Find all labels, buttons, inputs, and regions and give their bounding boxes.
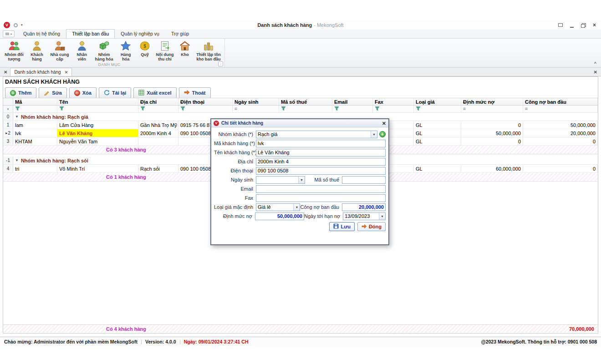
doc-tab-customer-list[interactable]: Danh sách khách hàng ✕ xyxy=(10,68,72,76)
cell-loaigia[interactable]: GL xyxy=(414,121,461,129)
cell-dinhmucno[interactable]: 0 xyxy=(461,137,523,145)
export-excel-button[interactable]: Xuất excel xyxy=(133,87,176,98)
column-header-ten[interactable]: Tên xyxy=(57,98,138,105)
cell-loaigia[interactable]: GL xyxy=(414,137,461,145)
ribbon-item-fund[interactable]: $ Quỹ xyxy=(136,40,153,57)
ribbon-tab-help[interactable]: Trợ giúp xyxy=(165,29,195,38)
filter-cell-loaigia[interactable] xyxy=(414,106,461,112)
column-header-loaigia[interactable]: Loại giá xyxy=(414,98,461,105)
delete-button[interactable]: − Xóa xyxy=(69,87,97,98)
cell-diachi[interactable]: Gần Nhà Trọ Mỹ X... xyxy=(138,121,178,129)
customer-group-combobox[interactable]: Rạch giá ▼ xyxy=(256,131,377,138)
dialog-titlebar[interactable]: V Chi tiết khách hàng ✕ xyxy=(211,119,388,127)
ribbon-item-warehouse[interactable]: Kho xyxy=(176,40,194,57)
filter-cell-congnobandau[interactable]: = xyxy=(523,106,598,112)
edit-button[interactable]: Sửa xyxy=(39,87,66,98)
debt-limit-input[interactable] xyxy=(255,212,304,220)
ribbon-item-receipt-content[interactable]: Nội dung thu chi xyxy=(153,40,176,62)
cell-congnobandau[interactable]: 50,000,000 xyxy=(523,121,598,129)
filter-cell-dienthoai[interactable] xyxy=(178,106,233,112)
ribbon-item-initial-stock[interactable]: Thiết lập tồn kho ban đầu xyxy=(194,40,224,62)
ribbon-tab-initial-setup[interactable]: Thiết lập ban đầu xyxy=(66,29,115,38)
cell-diachi[interactable]: Rạch sỏi xyxy=(138,165,178,172)
filter-cell-ngaysinh[interactable]: = xyxy=(233,106,279,112)
email-input[interactable] xyxy=(256,185,386,193)
column-header-diachi[interactable]: Địa chỉ xyxy=(138,98,178,105)
close-icon[interactable]: × xyxy=(591,23,597,28)
cell-congnobandau[interactable]: 20,000,000 xyxy=(523,129,598,137)
cell-diachi[interactable] xyxy=(138,137,178,145)
quick-access-dropdown-icon[interactable]: ▾ xyxy=(21,23,23,27)
filter-cell-masothue[interactable] xyxy=(279,106,332,112)
customer-name-input[interactable] xyxy=(256,149,386,157)
ribbon-item-customers[interactable]: Khách hàng xyxy=(25,40,48,62)
address-input[interactable] xyxy=(256,158,386,166)
cell-ten[interactable]: Lâm Cửa Hàng xyxy=(57,121,138,129)
cell-ma[interactable]: KHTAM xyxy=(13,137,57,145)
phone-input[interactable] xyxy=(256,167,386,175)
ribbon-tab-business-management[interactable]: Quản lý nghiệp vụ xyxy=(115,29,165,38)
minimize-icon[interactable] xyxy=(569,23,575,28)
tabstrip-close-icon[interactable]: ✕ xyxy=(3,70,10,76)
ribbon-item-object-groups[interactable]: Nhóm đối tượng xyxy=(3,40,25,62)
cell-diachi[interactable]: 2000m Kinh 4 xyxy=(138,129,178,137)
dialog-close-icon[interactable]: ✕ xyxy=(382,121,386,126)
close-dialog-button[interactable]: Đóng xyxy=(357,222,386,231)
ribbon-item-suppliers[interactable]: Nhà cung cấp xyxy=(48,40,71,62)
cell-dinhmucno[interactable]: 60,000,000 xyxy=(461,165,523,172)
cell-ma[interactable]: tri xyxy=(13,165,57,172)
ribbon-menu-button[interactable]: ▾ xyxy=(3,30,15,37)
cell-ten-focused[interactable]: Lê Văn Kháng xyxy=(57,129,138,137)
column-header-masothue[interactable]: Mã số thuế xyxy=(279,98,332,105)
column-header-ma[interactable]: Mã xyxy=(13,98,57,105)
save-button[interactable]: Lưu xyxy=(329,222,354,231)
column-header-dienthoai[interactable]: Điện thoại xyxy=(178,98,233,105)
customer-code-input[interactable] xyxy=(256,140,386,147)
chevron-down-icon[interactable]: ▼ xyxy=(371,131,377,138)
filter-cell-diachi[interactable] xyxy=(138,106,178,112)
column-header-fax[interactable]: Fax xyxy=(373,98,414,105)
due-date-datepicker[interactable]: 13/09/2023 ▼ xyxy=(343,212,386,220)
pricetype-combobox[interactable]: Giá lẻ ▼ xyxy=(256,203,300,211)
taxcode-input[interactable] xyxy=(342,176,386,184)
ribbon-collapse-icon[interactable]: ^ xyxy=(594,61,596,66)
cell-ten[interactable]: Nguyễn Văn Tam xyxy=(57,137,138,145)
doc-tab-close-icon[interactable]: ✕ xyxy=(65,70,68,75)
chevron-down-icon[interactable]: ▼ xyxy=(298,177,305,183)
cell-dinhmucno[interactable]: 50,000,000 xyxy=(461,129,523,137)
ribbon-item-goods[interactable]: Hàng hóa xyxy=(115,40,136,62)
collapse-arrow-icon[interactable]: ▼ xyxy=(15,115,19,119)
filter-cell-dinhmucno[interactable]: = xyxy=(461,106,523,112)
birthday-datepicker[interactable]: ▼ xyxy=(256,176,305,184)
tabstrip-close-all-icon[interactable]: ✕ xyxy=(593,70,598,76)
collapse-arrow-icon[interactable]: ▼ xyxy=(15,158,19,162)
ribbon-item-employees[interactable]: Nhân viên xyxy=(71,40,92,62)
ribbon-tab-system-admin[interactable]: Quản trị hệ thống xyxy=(17,29,66,38)
ribbon-item-product-groups[interactable]: Nhóm hàng hóa xyxy=(92,40,115,62)
cell-congnobandau[interactable]: 0 xyxy=(523,165,598,172)
column-header-dinhmucno[interactable]: Định mức nợ xyxy=(461,98,523,105)
reload-button[interactable]: Tải lại xyxy=(99,87,131,98)
cell-ma[interactable]: lvk xyxy=(13,129,57,137)
quick-access-icon[interactable] xyxy=(14,23,18,27)
filter-cell-email[interactable] xyxy=(332,106,373,112)
fax-input[interactable] xyxy=(256,194,386,202)
cell-dinhmucno[interactable]: 0 xyxy=(461,121,523,129)
filter-cell-ten[interactable] xyxy=(57,106,138,112)
cell-ten[interactable]: Võ Minh Trí xyxy=(57,165,138,172)
column-header-congnobandau[interactable]: Công nợ ban đầu xyxy=(523,98,598,105)
exit-button[interactable]: Thoát xyxy=(179,87,211,98)
add-group-button[interactable]: + xyxy=(379,131,386,137)
filter-cell-fax[interactable] xyxy=(373,106,414,112)
filter-cell-ma[interactable] xyxy=(13,106,57,112)
display-mode-icon[interactable] xyxy=(557,23,563,28)
chevron-down-icon[interactable]: ▼ xyxy=(379,213,385,220)
group-dialog-launcher-icon[interactable]: ◦ xyxy=(218,61,223,66)
chevron-down-icon[interactable]: ▼ xyxy=(293,204,300,211)
add-button[interactable]: + Thêm xyxy=(5,87,36,98)
cell-loaigia[interactable]: GL xyxy=(414,129,461,137)
cell-loaigia[interactable]: GL xyxy=(414,165,461,172)
cell-ma[interactable]: lam xyxy=(13,121,57,129)
initial-debt-input[interactable] xyxy=(342,203,386,211)
column-header-email[interactable]: Email xyxy=(332,98,373,105)
